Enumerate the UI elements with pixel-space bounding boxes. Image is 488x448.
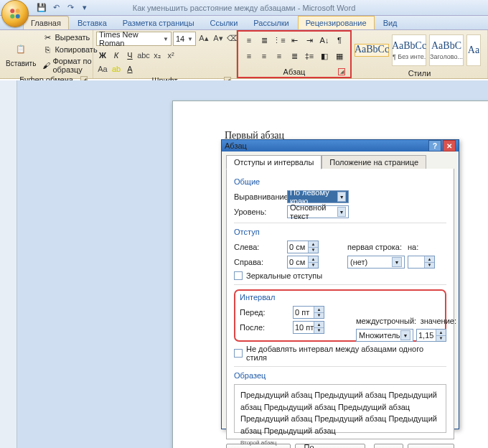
- change-case-button[interactable]: Aa: [96, 62, 109, 75]
- alignment-label: Выравнивание:: [234, 192, 287, 201]
- clipboard-group: 📋 Вставить ✂Вырезать ⎘Копировать 🖌Формат…: [0, 30, 93, 78]
- tab-view[interactable]: Вид: [376, 17, 405, 29]
- general-section: Общие: [234, 177, 446, 186]
- paste-label: Вставить: [6, 60, 36, 67]
- tab-insert[interactable]: Вставка: [70, 17, 114, 29]
- chevron-down-icon: ▼: [392, 257, 402, 267]
- special-by-spin[interactable]: ▲▼: [408, 256, 435, 269]
- at-spin[interactable]: 1,15▲▼: [416, 329, 446, 342]
- align-center-button[interactable]: ≡: [257, 49, 271, 63]
- left-indent-label: Слева:: [234, 243, 287, 251]
- styles-group: AaBbCc¶ Обычный AaBbCc¶ Без инте... AaBb…: [352, 30, 488, 78]
- tab-review[interactable]: Рецензирование: [298, 16, 375, 29]
- style-more[interactable]: Aa: [466, 34, 481, 66]
- by-label: на:: [408, 243, 426, 251]
- save-icon[interactable]: 💾: [36, 2, 47, 14]
- superscript-button[interactable]: x²: [164, 49, 177, 62]
- linespacing-label: междустрочный:: [356, 317, 421, 325]
- align-left-button[interactable]: ≡: [242, 49, 256, 63]
- shading-button[interactable]: ◧: [317, 49, 332, 63]
- tab-home[interactable]: Главная: [23, 16, 69, 29]
- preview-box: Предыдущий абзац Предыдущий абзац Предыд…: [234, 384, 446, 433]
- after-spin[interactable]: 10 пт▲▼: [293, 321, 324, 334]
- sample-section: Образец: [234, 371, 446, 380]
- borders-button[interactable]: ▦: [332, 49, 347, 63]
- underline-button[interactable]: Ч: [123, 49, 136, 62]
- increase-indent-button[interactable]: ⇥: [302, 33, 316, 47]
- dialog-body: Общие Выравнивание: По левому краю▼ Уров…: [226, 169, 454, 439]
- font-name-combo[interactable]: Times New Roman▼: [96, 32, 172, 46]
- window-title: Как уменьшить расстояние между абзацами …: [133, 4, 356, 12]
- no-space-same-style-check[interactable]: Не добавлять интервал между абзацами одн…: [234, 345, 446, 362]
- right-indent-spin[interactable]: 0 см▲▼: [287, 256, 319, 269]
- line-spacing-button[interactable]: ‡≡: [302, 49, 316, 63]
- chevron-down-icon: ▼: [337, 207, 346, 217]
- tab-references[interactable]: Ссылки: [203, 17, 245, 29]
- show-marks-button[interactable]: ¶: [332, 33, 347, 47]
- tab-layout[interactable]: Разметка страницы: [116, 17, 202, 29]
- dialog-tabs: Отступы и интервалы Положение на страниц…: [222, 151, 459, 169]
- bullets-button[interactable]: ≡: [242, 33, 256, 47]
- tab-indents-spacing[interactable]: Отступы и интервалы: [226, 155, 322, 169]
- special-indent-select[interactable]: (нет)▼: [347, 256, 405, 269]
- svg-point-3: [16, 14, 20, 19]
- dialog-title: Абзац: [225, 141, 247, 150]
- before-spin[interactable]: 0 пт▲▼: [293, 306, 324, 319]
- chevron-down-icon: ▼: [337, 192, 346, 202]
- multilevel-button[interactable]: ⋮≡: [272, 33, 286, 47]
- outline-select[interactable]: Основной текст▼: [287, 205, 349, 218]
- undo-icon[interactable]: ↶: [50, 2, 62, 14]
- style-heading1[interactable]: AaBbCЗаголово...: [429, 34, 464, 66]
- format-painter-button[interactable]: 🖌Формат по образцу: [40, 56, 99, 75]
- ribbon: 📋 Вставить ✂Вырезать ⎘Копировать 🖌Формат…: [0, 30, 488, 79]
- svg-point-0: [10, 9, 14, 13]
- copy-button[interactable]: ⎘Копировать: [40, 44, 99, 55]
- at-label: значение:: [421, 317, 456, 325]
- chevron-down-icon: ▼: [187, 36, 193, 42]
- firstline-label: первая строка:: [347, 243, 408, 251]
- outline-label: Уровень:: [234, 207, 287, 216]
- brush-icon: 🖌: [42, 60, 50, 70]
- copy-icon: ⎘: [42, 45, 52, 55]
- shrink-font-button[interactable]: A▾: [212, 32, 225, 45]
- chevron-down-icon: ▼: [400, 330, 410, 340]
- preview-prev-text: Предыдущий абзац Предыдущий абзац Предыд…: [240, 389, 440, 437]
- highlight-button[interactable]: ab: [110, 62, 123, 75]
- justify-button[interactable]: ≣: [287, 49, 301, 63]
- help-button[interactable]: ?: [428, 140, 441, 151]
- right-indent-label: Справа:: [234, 258, 287, 266]
- linespacing-select[interactable]: Множитель▼: [356, 329, 413, 342]
- style-normal[interactable]: AaBbCc¶ Обычный: [355, 44, 389, 57]
- left-indent-spin[interactable]: 0 см▲▼: [287, 241, 319, 253]
- redo-icon[interactable]: ↷: [65, 2, 76, 14]
- qat-more-icon[interactable]: ▾: [79, 2, 90, 14]
- mirror-indents-check[interactable]: Зеркальные отступы: [234, 271, 446, 280]
- numbering-button[interactable]: ≣: [257, 33, 271, 47]
- ribbon-tabs: Главная Вставка Разметка страницы Ссылки…: [0, 16, 488, 30]
- style-nospacing[interactable]: AaBbCc¶ Без инте...: [392, 34, 426, 66]
- checkbox-icon: [234, 349, 243, 358]
- cut-button[interactable]: ✂Вырезать: [40, 32, 99, 43]
- paste-button[interactable]: 📋 Вставить: [3, 38, 39, 69]
- italic-button[interactable]: К: [110, 49, 123, 62]
- tab-mailings[interactable]: Рассылки: [246, 17, 296, 29]
- strike-button[interactable]: abc: [137, 49, 150, 62]
- paragraph-launcher[interactable]: ◢: [338, 68, 345, 75]
- sort-button[interactable]: A↓: [317, 33, 332, 47]
- decrease-indent-button[interactable]: ⇤: [287, 33, 301, 47]
- office-button[interactable]: [1, 0, 29, 27]
- font-color-button[interactable]: A: [123, 62, 136, 75]
- bold-button[interactable]: Ж: [96, 49, 109, 62]
- alignment-select[interactable]: По левому краю▼: [287, 190, 349, 203]
- subscript-button[interactable]: x₂: [151, 49, 164, 62]
- quick-access-toolbar: 💾 ↶ ↷ ▾ Как уменьшить расстояние между а…: [0, 0, 488, 16]
- vertical-ruler[interactable]: [0, 80, 17, 448]
- paragraph-dialog: Абзац ? ✕ Отступы и интервалы Положение …: [221, 139, 459, 429]
- align-right-button[interactable]: ≡: [272, 49, 286, 63]
- paragraph-group: ≡ ≣ ⋮≡ ⇤ ⇥ A↓ ¶ ≡ ≡ ≡ ≣ ‡≡ ◧ ▦ Абзац◢: [237, 30, 352, 78]
- tab-line-breaks[interactable]: Положение на странице: [322, 155, 426, 169]
- grow-font-button[interactable]: A▴: [197, 32, 210, 45]
- dialog-titlebar[interactable]: Абзац ? ✕: [222, 140, 459, 151]
- font-size-combo[interactable]: 14▼: [173, 32, 196, 46]
- close-button[interactable]: ✕: [443, 140, 456, 151]
